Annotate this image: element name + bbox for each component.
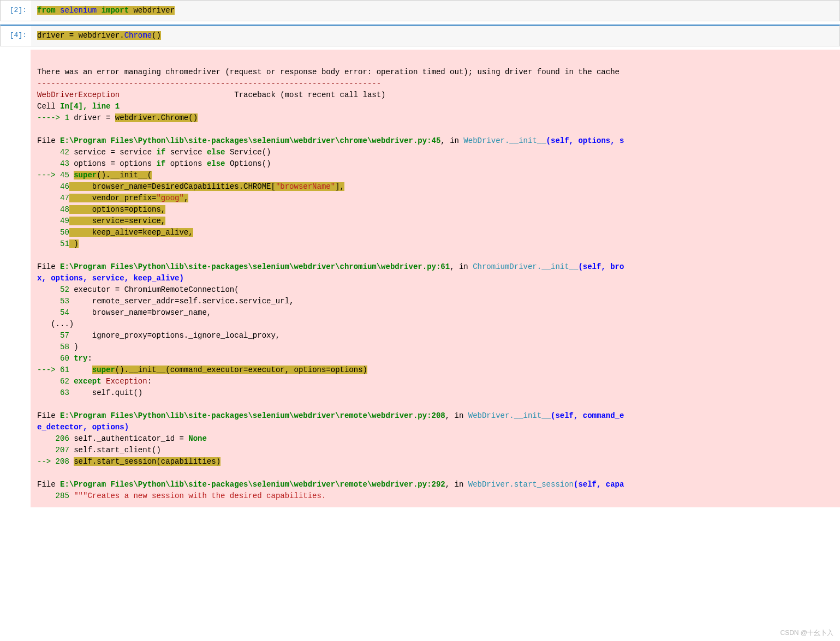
arrow-marker: ---> 61 — [37, 366, 69, 374]
func-args: (self, options, s — [546, 136, 624, 145]
in-ref: In[4], line 1 — [60, 102, 120, 111]
func-name: WebDriver.__init__ — [463, 136, 546, 145]
lineno: 60 — [37, 354, 69, 363]
func-name: WebDriver.__init__ — [468, 411, 551, 420]
func-args: (self, command_e — [551, 411, 624, 420]
lineno: 43 — [37, 159, 69, 168]
func-name: WebDriver.start_session — [468, 480, 574, 489]
exec-prompt: [4]: — [1, 26, 31, 46]
traceback-header: Traceback (most recent call last) — [120, 91, 385, 99]
lineno: 58 — [37, 343, 69, 351]
mod-selenium: selenium — [60, 6, 97, 15]
code-input[interactable]: driver = webdriver.Chrome() — [31, 26, 839, 46]
lineno: 48 — [37, 205, 69, 214]
func-args: (self, capa — [574, 480, 624, 489]
output-prompt-spacer — [0, 50, 31, 507]
kw-from: from — [37, 6, 56, 15]
dash-separator: ----------------------------------------… — [37, 79, 381, 88]
mod-webdriver: webdriver — [79, 31, 120, 40]
file-label: File — [37, 262, 60, 271]
file-path: E:\Program Files\Python\lib\site-package… — [60, 480, 445, 489]
code-cell-2[interactable]: [2]: from selenium import webdriver — [0, 0, 840, 21]
func-args-cont: x, options, service, keep_alive) — [37, 274, 184, 283]
lineno: 46 — [37, 182, 69, 191]
lineno: 51 — [37, 239, 69, 248]
lineno: 50 — [37, 228, 69, 237]
lineno: 206 — [37, 434, 69, 443]
error-intro: There was an error managing chromedriver… — [37, 68, 619, 76]
exec-prompt: [2]: — [1, 1, 31, 21]
lineno: 57 — [37, 331, 69, 340]
file-label: File — [37, 136, 60, 145]
hl-line: self.start_session(capabilities) — [74, 457, 221, 466]
file-path: E:\Program Files\Python\lib\site-package… — [60, 262, 450, 271]
docstring: """Creates a new session with the desire… — [74, 492, 326, 500]
lineno: 49 — [37, 217, 69, 225]
func-args: (self, bro — [578, 262, 624, 271]
lineno: 63 — [37, 388, 69, 397]
file-label: File — [37, 411, 60, 420]
lineno: 53 — [37, 297, 69, 305]
code-cell-4[interactable]: [4]: driver = webdriver.Chrome() — [0, 25, 840, 46]
func-name: ChromiumDriver.__init__ — [473, 262, 578, 271]
arrow-marker: ---> 45 — [37, 171, 69, 179]
lineno: 42 — [37, 148, 69, 157]
fn-chrome: Chrome — [124, 31, 152, 40]
hl-line: webdriver.Chrome() — [115, 113, 198, 122]
arrow-marker: --> 208 — [37, 457, 69, 466]
code-input[interactable]: from selenium import webdriver — [31, 1, 839, 21]
arrow-marker: ----> 1 — [37, 113, 69, 122]
file-path: E:\Program Files\Python\lib\site-package… — [60, 136, 440, 145]
exception-name: WebDriverException — [37, 91, 120, 99]
file-path: E:\Program Files\Python\lib\site-package… — [60, 411, 445, 420]
output-row: There was an error managing chromedriver… — [0, 50, 840, 507]
error-output[interactable]: There was an error managing chromedriver… — [31, 50, 840, 507]
lineno: 54 — [37, 308, 69, 317]
lineno: 62 — [37, 377, 69, 386]
name-webdriver: webdriver — [133, 6, 175, 15]
lineno: 47 — [37, 194, 69, 202]
lineno: 207 — [37, 446, 69, 454]
kw-import: import — [102, 6, 129, 15]
var-driver: driver — [37, 31, 69, 40]
lineno: 285 — [37, 492, 69, 500]
ellipsis: (...) — [37, 320, 74, 328]
func-args-cont: e_detector, options) — [37, 423, 129, 432]
file-label: File — [37, 480, 60, 489]
cell-ref: Cell — [37, 102, 60, 111]
lineno: 52 — [37, 285, 69, 294]
